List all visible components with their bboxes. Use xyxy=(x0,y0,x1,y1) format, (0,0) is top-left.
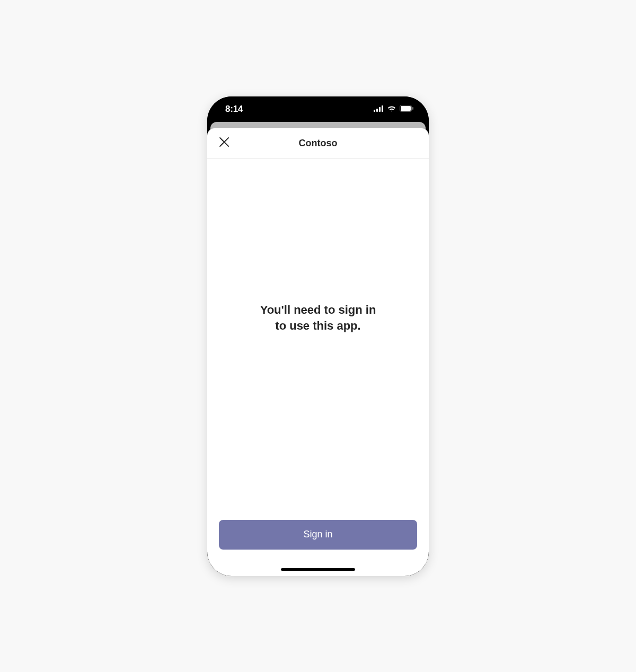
signin-button[interactable]: Sign in xyxy=(219,520,417,550)
svg-rect-0 xyxy=(374,110,375,112)
close-button[interactable] xyxy=(218,137,231,149)
close-icon xyxy=(219,137,229,149)
cellular-icon xyxy=(374,104,384,114)
home-indicator[interactable] xyxy=(281,568,355,571)
phone-frame: 8:14 xyxy=(207,96,429,576)
status-icons xyxy=(374,104,414,114)
canvas: 8:14 xyxy=(0,0,636,672)
svg-rect-6 xyxy=(412,107,413,110)
svg-rect-2 xyxy=(379,107,381,112)
sheet-body: You'll need to sign in to use this app. xyxy=(207,159,429,520)
svg-rect-1 xyxy=(376,109,378,112)
signin-message: You'll need to sign in to use this app. xyxy=(260,302,376,333)
modal-sheet: Contoso You'll need to sign in to use th… xyxy=(207,128,429,576)
status-time: 8:14 xyxy=(225,104,243,114)
battery-icon xyxy=(400,104,414,114)
status-bar: 8:14 xyxy=(207,96,429,122)
sheet-title: Contoso xyxy=(218,138,418,149)
sheet-header: Contoso xyxy=(207,128,429,159)
wifi-icon xyxy=(387,104,396,114)
svg-rect-3 xyxy=(382,105,383,112)
svg-rect-5 xyxy=(401,106,411,111)
